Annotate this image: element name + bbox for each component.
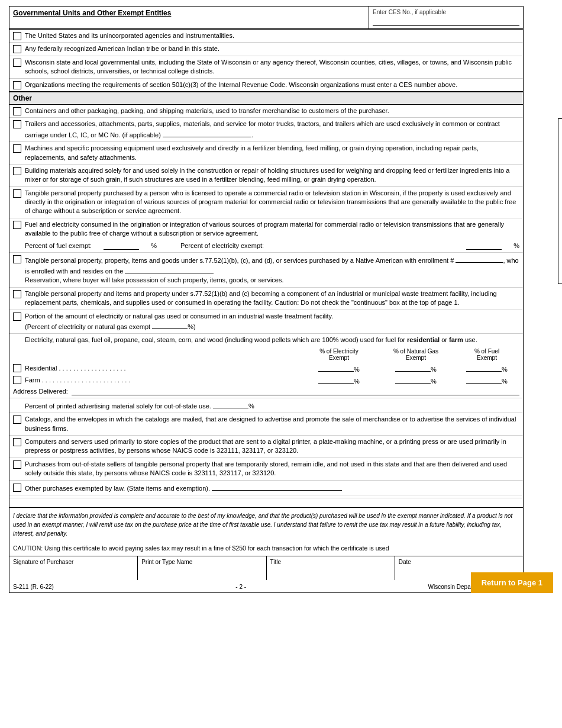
- signature-label: Signature of Purchaser: [13, 559, 73, 565]
- elec-col3-header: % of Fuel Exempt: [454, 348, 519, 361]
- elec-col1-header: % of Electricity Exempt: [301, 348, 377, 361]
- checkbox-residential[interactable]: [13, 364, 21, 372]
- farm-gas-field[interactable]: [395, 375, 431, 384]
- caution-text: CAUTION: Using this certificate to avoid…: [9, 543, 523, 553]
- checkbox-farm[interactable]: [13, 376, 21, 384]
- other-item-13-text: Computers and servers used primarily to …: [25, 437, 519, 456]
- title-field[interactable]: Title: [267, 556, 395, 580]
- other-item-8: Tangible personal property and items and…: [9, 288, 523, 310]
- residential-fuel-val: %: [454, 363, 519, 373]
- other-item-9: Portion of the amount of electricity or …: [9, 310, 523, 334]
- other-item-4: Building materials acquired solely for a…: [9, 165, 523, 187]
- checkbox-13[interactable]: [13, 313, 21, 321]
- elec-percent-field[interactable]: [466, 241, 502, 250]
- gov-item-3-text: Wisconsin state and local governmental u…: [25, 58, 519, 76]
- other-items-section: Containers and other packaging, packing,…: [9, 105, 523, 495]
- residential-elec-val: %: [301, 363, 377, 373]
- print-name-field[interactable]: Print or Type Name: [138, 556, 266, 580]
- elec-col-spacer: [25, 348, 301, 361]
- checkbox-5[interactable]: [13, 107, 21, 115]
- address-field[interactable]: [72, 387, 519, 395]
- other-item-8-text: Tangible personal property and items and…: [25, 289, 519, 308]
- other-item-10: Electricity, natural gas, fuel oil, prop…: [9, 334, 523, 346]
- title-label: Title: [270, 559, 282, 565]
- elec-col2-header: % of Natural Gas Exempt: [377, 348, 454, 361]
- gov-items-section: The United States and its unincorporated…: [9, 30, 523, 91]
- signature-section: Signature of Purchaser Print or Type Nam…: [9, 556, 523, 580]
- other-item-12-text: Catalogs, and the envelopes in which the…: [25, 415, 519, 433]
- checkbox-16[interactable]: [13, 415, 21, 424]
- farm-fuel-val: %: [454, 375, 519, 385]
- mc-no-field[interactable]: [163, 129, 251, 137]
- farm-fuel-field[interactable]: [466, 375, 502, 384]
- reservation-field[interactable]: [125, 265, 214, 273]
- residential-elec-field[interactable]: [318, 363, 354, 372]
- checkbox-2[interactable]: [13, 45, 21, 53]
- farm-elec-field[interactable]: [318, 375, 354, 384]
- enrollment-field[interactable]: [456, 255, 503, 263]
- checkbox-7[interactable]: [13, 144, 21, 153]
- signature-field[interactable]: Signature of Purchaser: [9, 556, 138, 580]
- elec-percent-label: Percent of electricity exempt:: [169, 242, 454, 249]
- other-item-7-text: Tangible personal property, property, it…: [25, 255, 519, 285]
- checkbox-12[interactable]: [13, 290, 21, 298]
- other-label: Other: [13, 94, 32, 102]
- other-item-3-text: Machines and specific processing equipme…: [25, 144, 519, 162]
- gov-item-3: Wisconsin state and local governmental u…: [9, 56, 523, 79]
- form-footer: S-211 (R. 6-22) - 2 - Wisconsin Departme…: [9, 581, 523, 592]
- form-header: Governmental Units and Other Exempt Enti…: [9, 7, 523, 30]
- other-item-3: Machines and specific processing equipme…: [9, 142, 523, 165]
- farm-label: Farm . . . . . . . . . . . . . . . . . .…: [25, 376, 301, 384]
- gov-item-1-text: The United States and its unincorporated…: [25, 31, 519, 40]
- address-row: Address Delivered:: [9, 386, 523, 398]
- other-item-1-text: Containers and other packaging, packing,…: [25, 107, 519, 115]
- checkbox-17[interactable]: [13, 438, 21, 446]
- elec-pct-symbol: %: [513, 242, 519, 249]
- other-item-15: Other purchases exempted by law. (State …: [9, 481, 523, 495]
- checkbox-1[interactable]: [13, 32, 21, 40]
- ces-input[interactable]: [373, 17, 519, 26]
- form-container: Governmental Units and Other Exempt Enti…: [9, 6, 524, 593]
- checkbox-11[interactable]: [13, 255, 21, 263]
- checkbox-18[interactable]: [13, 460, 21, 469]
- checkbox-9[interactable]: [13, 189, 21, 198]
- checkbox-8[interactable]: [13, 167, 21, 175]
- fuel-percent-field[interactable]: [104, 241, 139, 250]
- farm-row: Farm . . . . . . . . . . . . . . . . . .…: [9, 374, 523, 386]
- residential-gas-val: %: [377, 363, 454, 373]
- fuel-percent-label: Percent of fuel exempt:: [25, 242, 92, 249]
- gov-item-2-text: Any federally recognized American Indian…: [25, 44, 519, 53]
- page-number: - 2 -: [54, 584, 428, 590]
- other-item-2-text: Trailers and accessories, attachments, p…: [25, 120, 519, 140]
- residential-gas-field[interactable]: [395, 363, 431, 372]
- elec-gas-exempt-field[interactable]: [152, 321, 188, 329]
- other-item-14-text: Purchases from out-of-state sellers of t…: [25, 460, 519, 478]
- other-item-6-text: Fuel and electricity consumed in the ori…: [25, 220, 519, 239]
- gov-item-1: The United States and its unincorporated…: [9, 30, 523, 43]
- other-section-header: Other: [9, 91, 523, 105]
- declaration-text: I declare that the information provided …: [9, 507, 523, 540]
- return-to-page-button[interactable]: Return to Page 1: [471, 572, 553, 593]
- other-item-11: Percent of printed advertising material …: [9, 398, 523, 413]
- checkbox-4[interactable]: [13, 81, 21, 89]
- other-item-5: Tangible personal property purchased by …: [9, 187, 523, 218]
- adv-percent-field[interactable]: [213, 400, 248, 408]
- other-item-15-text: Other purchases exempted by law. (State …: [25, 482, 519, 493]
- other-item-6: Fuel and electricity consumed in the ori…: [9, 218, 523, 240]
- other-item-7: Tangible personal property, property, it…: [9, 253, 523, 288]
- title-text: Governmental Units and Other Exempt Enti…: [13, 9, 171, 17]
- checkbox-3[interactable]: [13, 59, 21, 67]
- gov-item-4: Organizations meeting the requirements o…: [9, 79, 523, 91]
- other-item-14: Purchases from out-of-state sellers of t…: [9, 458, 523, 481]
- other-item-2: Trailers and accessories, attachments, p…: [9, 118, 523, 142]
- spacer-line: [9, 498, 523, 505]
- farm-elec-val: %: [301, 375, 377, 385]
- gov-item-4-text: Organizations meeting the requirements o…: [25, 80, 519, 89]
- checkbox-10[interactable]: [13, 221, 21, 229]
- other-exemption-field[interactable]: [212, 482, 342, 491]
- checkbox-6[interactable]: [13, 120, 21, 128]
- checkbox-19[interactable]: [13, 484, 21, 492]
- other-item-1: Containers and other packaging, packing,…: [9, 105, 523, 118]
- residential-row: Residential . . . . . . . . . . . . . . …: [9, 362, 523, 374]
- residential-fuel-field[interactable]: [466, 363, 502, 372]
